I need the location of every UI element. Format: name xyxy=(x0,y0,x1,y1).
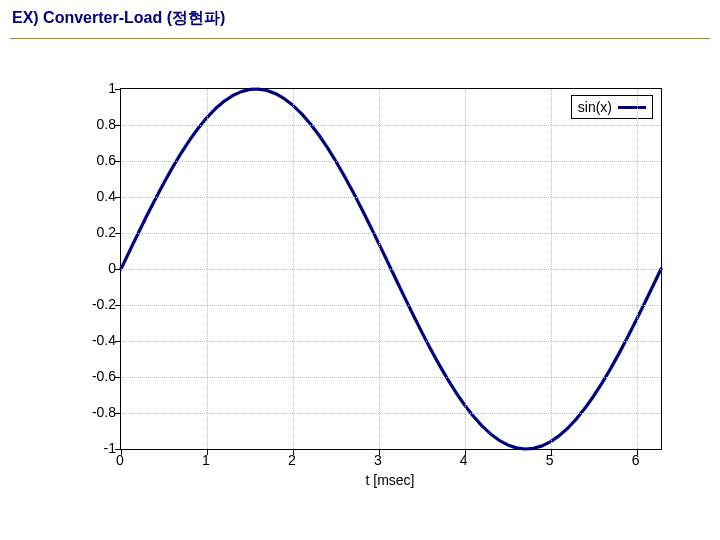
grid-line-horizontal xyxy=(121,377,661,378)
page-title: EX) Converter-Load (정현파) xyxy=(10,8,710,39)
x-tick-label: 4 xyxy=(460,452,468,468)
grid-line-horizontal xyxy=(121,233,661,234)
grid-line-horizontal xyxy=(121,413,661,414)
x-tick-label: 2 xyxy=(288,452,296,468)
y-tick-label: 1 xyxy=(66,80,116,96)
legend-label: sin(x) xyxy=(578,99,612,115)
y-tick-label: 0.2 xyxy=(66,224,116,240)
y-tick-label: 0.4 xyxy=(66,188,116,204)
legend-swatch xyxy=(618,106,646,109)
y-tick-label: -0.2 xyxy=(66,296,116,312)
grid-line-horizontal xyxy=(121,305,661,306)
grid-line-horizontal xyxy=(121,197,661,198)
x-tick-label: 6 xyxy=(632,452,640,468)
x-tick-label: 3 xyxy=(374,452,382,468)
y-tick-label: 0.6 xyxy=(66,152,116,168)
grid-line-horizontal xyxy=(121,341,661,342)
y-tick-label: -1 xyxy=(66,440,116,456)
grid-line-horizontal xyxy=(121,161,661,162)
x-tick-label: 0 xyxy=(116,452,124,468)
x-axis-label: t [msec] xyxy=(120,472,660,488)
grid-line-horizontal xyxy=(121,269,661,270)
y-tick-label: 0 xyxy=(66,260,116,276)
plot-area: sin(x) xyxy=(120,88,662,450)
legend: sin(x) xyxy=(571,95,653,119)
title-text: EX) Converter-Load (정현파) xyxy=(12,9,225,26)
chart: sin(x) t [msec] 0123456-1-0.8-0.6-0.4-0.… xyxy=(60,78,670,498)
x-tick-label: 1 xyxy=(202,452,210,468)
y-tick-label: 0.8 xyxy=(66,116,116,132)
x-tick-label: 5 xyxy=(546,452,554,468)
y-tick-label: -0.4 xyxy=(66,332,116,348)
y-tick-label: -0.8 xyxy=(66,404,116,420)
grid-line-horizontal xyxy=(121,125,661,126)
y-tick-label: -0.6 xyxy=(66,368,116,384)
